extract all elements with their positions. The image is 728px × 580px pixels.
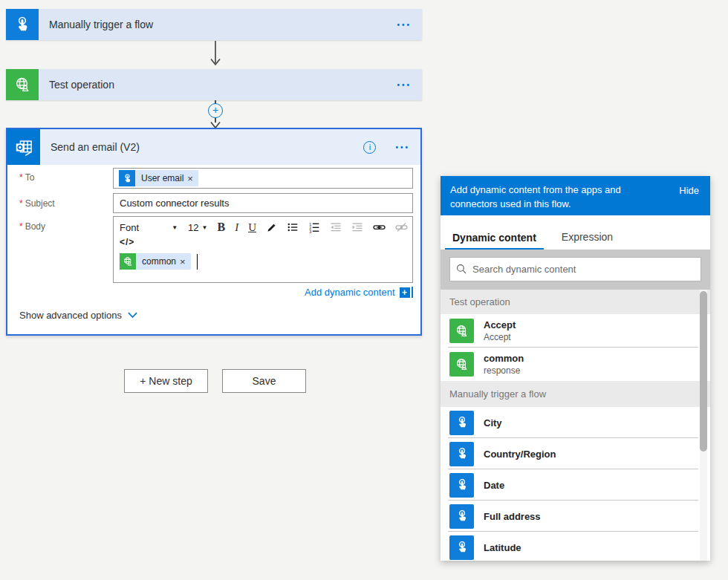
list-item-accept[interactable]: Accept Accept	[441, 314, 710, 348]
to-token-pill[interactable]: User email ×	[119, 170, 198, 186]
test-operation-card-menu-icon[interactable]: •••	[397, 81, 422, 89]
chevron-down-icon: ▼	[172, 224, 178, 231]
manual-trigger-icon	[449, 504, 474, 529]
highlight-pen-icon[interactable]	[266, 221, 277, 234]
manual-trigger-icon	[6, 9, 39, 40]
italic-button[interactable]: I	[235, 221, 238, 234]
manual-trigger-icon	[449, 411, 474, 435]
search-box[interactable]	[449, 257, 701, 281]
list-item-city[interactable]: City	[441, 407, 710, 438]
dynamic-content-list: Test operation Accept Accept common resp…	[441, 290, 710, 561]
item-title: Latitude	[484, 542, 521, 553]
search-icon	[456, 264, 467, 275]
body-token-label: common	[136, 256, 180, 267]
code-view-toggle[interactable]: </>	[114, 236, 412, 247]
remove-token-icon[interactable]: ×	[187, 173, 198, 184]
custom-connector-icon	[449, 319, 474, 343]
test-operation-card-title: Test operation	[39, 79, 397, 91]
send-email-card-header[interactable]: Send an email (V2) i •••	[7, 129, 420, 165]
test-operation-card[interactable]: Test operation •••	[6, 69, 422, 100]
to-token-label: User email	[135, 173, 187, 183]
list-item-latitude[interactable]: Latitude	[441, 532, 710, 561]
subject-input[interactable]	[114, 194, 412, 212]
info-icon[interactable]: i	[363, 141, 376, 154]
remove-token-icon[interactable]: ×	[180, 256, 191, 267]
bullet-list-icon[interactable]	[287, 221, 299, 234]
manual-trigger-icon	[449, 442, 474, 466]
save-button[interactable]: Save	[222, 369, 306, 393]
chevron-down-icon: ▼	[202, 224, 208, 231]
search-band	[441, 250, 710, 290]
unlink-icon[interactable]	[395, 221, 408, 234]
body-label: *Body	[19, 221, 45, 232]
indent-icon[interactable]	[351, 221, 363, 234]
panel-tabs: Dynamic content Expression	[441, 215, 710, 250]
required-mark: *	[19, 221, 23, 232]
trigger-card[interactable]: Manually trigger a flow •••	[6, 9, 422, 40]
send-email-card-title: Send an email (V2)	[40, 141, 363, 153]
list-item-date[interactable]: Date	[441, 469, 710, 501]
custom-connector-icon	[6, 69, 39, 100]
show-advanced-options-toggle[interactable]: Show advanced options	[19, 310, 137, 321]
svg-text:3: 3	[309, 229, 311, 233]
subject-label: *Subject	[19, 198, 55, 209]
manual-trigger-icon	[449, 535, 474, 560]
link-icon[interactable]	[373, 221, 386, 234]
item-title: common	[484, 353, 524, 364]
bold-button[interactable]: B	[217, 221, 225, 234]
panel-header-text: Add dynamic content from the apps and co…	[450, 184, 621, 209]
item-subtitle: response	[484, 365, 524, 376]
list-item-full-address[interactable]: Full address	[441, 501, 710, 532]
trigger-card-title: Manually trigger a flow	[39, 19, 397, 30]
item-title: City	[484, 417, 502, 429]
new-step-button[interactable]: + New step	[124, 369, 208, 393]
add-dynamic-content-link[interactable]: Add dynamic content +	[305, 287, 413, 298]
add-dynamic-content-bar	[412, 287, 414, 298]
text-cursor	[197, 254, 198, 270]
chevron-down-icon	[128, 312, 137, 319]
tab-expression[interactable]: Expression	[554, 231, 620, 250]
required-mark: *	[19, 172, 23, 183]
item-title: Date	[484, 480, 504, 491]
list-item-common[interactable]: common response	[441, 348, 710, 381]
send-email-card[interactable]: Send an email (V2) i ••• *To User email …	[6, 128, 422, 336]
to-field[interactable]: User email ×	[113, 168, 413, 189]
to-label: *To	[19, 172, 34, 183]
item-title: Full address	[484, 511, 541, 522]
font-family-dropdown[interactable]: Font ▼	[120, 222, 178, 233]
item-title: Accept	[484, 319, 516, 330]
manual-trigger-icon	[119, 170, 135, 186]
underline-button[interactable]: U	[248, 221, 256, 234]
outlook-icon	[7, 129, 40, 165]
tab-dynamic-content[interactable]: Dynamic content	[445, 232, 544, 250]
body-editor[interactable]: common ×	[114, 247, 412, 270]
outdent-icon[interactable]	[330, 221, 342, 234]
font-size-dropdown[interactable]: 12 ▼	[188, 222, 207, 233]
numbered-list-icon[interactable]: 123	[308, 221, 320, 234]
section-header-manually-trigger: Manually trigger a flow	[441, 381, 710, 407]
arrow-down-icon	[209, 41, 222, 69]
hide-button[interactable]: Hide	[679, 184, 699, 198]
search-input[interactable]	[472, 264, 695, 275]
body-field[interactable]: Font ▼ 12 ▼ B I U 123	[113, 216, 413, 283]
trigger-card-menu-icon[interactable]: •••	[397, 21, 422, 29]
panel-scrollbar-thumb[interactable]	[700, 291, 707, 452]
font-family-value: Font	[120, 222, 139, 233]
insert-step-plus-icon[interactable]: +	[208, 103, 223, 118]
body-token-pill[interactable]: common ×	[120, 253, 191, 270]
font-size-value: 12	[188, 222, 198, 233]
panel-header: Add dynamic content from the apps and co…	[441, 176, 710, 215]
send-email-card-menu-icon[interactable]: •••	[395, 143, 420, 151]
custom-connector-icon	[120, 253, 136, 270]
section-header-test-operation: Test operation	[441, 290, 710, 314]
add-dynamic-content-label: Add dynamic content	[305, 287, 394, 298]
subject-field[interactable]	[113, 193, 413, 213]
rich-text-toolbar: Font ▼ 12 ▼ B I U 123	[114, 217, 412, 236]
list-item-country-region[interactable]: Country/Region	[441, 438, 710, 469]
item-subtitle: Accept	[484, 332, 516, 342]
required-mark: *	[19, 198, 23, 209]
show-advanced-options-label: Show advanced options	[19, 310, 122, 321]
custom-connector-icon	[449, 352, 474, 377]
dynamic-content-panel: Add dynamic content from the apps and co…	[441, 176, 710, 561]
item-title: Country/Region	[484, 449, 556, 460]
